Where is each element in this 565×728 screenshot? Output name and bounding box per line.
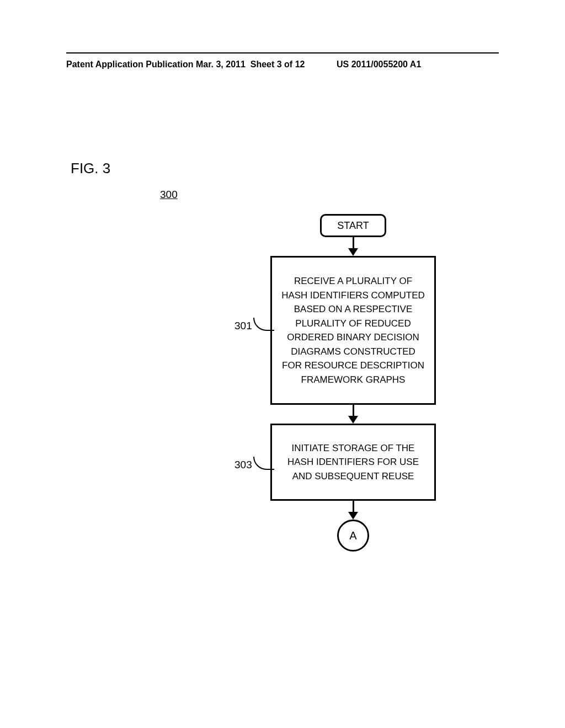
arrow-line bbox=[353, 501, 354, 513]
arrow-line bbox=[353, 237, 354, 249]
header-publication-type: Patent Application Publication bbox=[66, 60, 194, 69]
header-date: Mar. 3, 2011 bbox=[196, 60, 246, 69]
process-text-301: RECEIVE A PLURALITY OF HASH IDENTIFIERS … bbox=[280, 274, 427, 387]
start-terminal: START bbox=[320, 214, 386, 237]
arrow-line bbox=[353, 405, 354, 417]
process-text-303: INITIATE STORAGE OF THE HASH IDENTIFIERS… bbox=[280, 441, 427, 484]
flowchart-container: START RECEIVE A PLURALITY OF HASH IDENTI… bbox=[254, 214, 452, 552]
ref-label-303: 303 bbox=[234, 459, 252, 471]
arrow-2 bbox=[254, 405, 452, 424]
figure-label: FIG. 3 bbox=[71, 160, 110, 177]
arrow-head-icon bbox=[348, 248, 358, 256]
arrow-head-icon bbox=[348, 512, 358, 520]
start-label: START bbox=[337, 220, 369, 232]
connector-label: A bbox=[349, 529, 356, 542]
header-sheet: Sheet 3 of 12 bbox=[250, 60, 305, 69]
connector-a: A bbox=[337, 520, 369, 552]
process-box-301: RECEIVE A PLURALITY OF HASH IDENTIFIERS … bbox=[270, 256, 436, 405]
ref-label-301: 301 bbox=[234, 320, 252, 332]
process-box-303: INITIATE STORAGE OF THE HASH IDENTIFIERS… bbox=[270, 424, 436, 501]
header-date-sheet: Mar. 3, 2011 Sheet 3 of 12 bbox=[196, 60, 305, 69]
header-pub-number: US 2011/0055200 A1 bbox=[337, 60, 421, 69]
arrow-head-icon bbox=[348, 416, 358, 424]
header-rule bbox=[66, 52, 499, 53]
arrow-3 bbox=[254, 501, 452, 520]
arrow-1 bbox=[254, 237, 452, 256]
figure-number: 300 bbox=[160, 189, 178, 201]
